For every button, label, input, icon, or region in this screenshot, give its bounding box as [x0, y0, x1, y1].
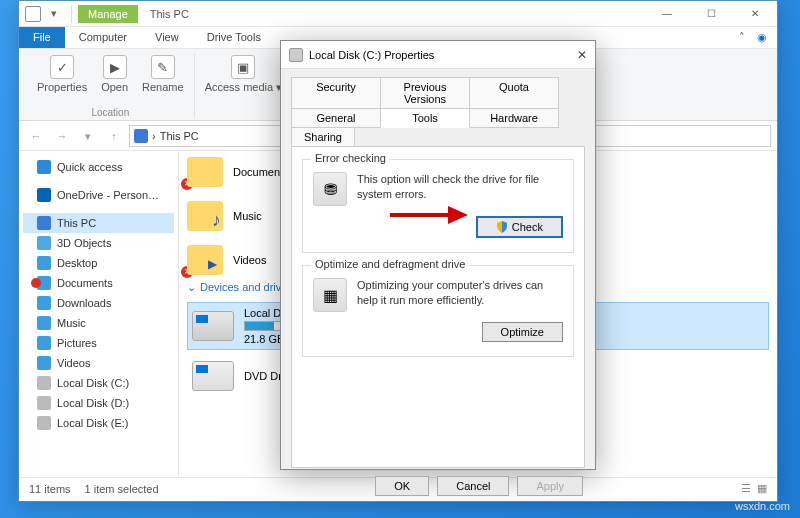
optimize-button[interactable]: Optimize	[482, 322, 563, 342]
close-button[interactable]: ✕	[733, 1, 777, 27]
dvd-icon	[192, 361, 234, 391]
disk-icon	[37, 376, 51, 390]
breadcrumb-sep: ›	[152, 130, 156, 142]
disk-icon	[192, 311, 234, 341]
group-defragment: Optimize and defragment drive ▦ Optimizi…	[302, 265, 574, 357]
desktop-icon	[37, 256, 51, 270]
dialog-titlebar[interactable]: Local Disk (C:) Properties ✕	[281, 41, 595, 69]
shield-icon	[496, 221, 508, 233]
nav-onedrive[interactable]: OneDrive - Person…	[23, 185, 174, 205]
dialog-buttons: OK Cancel Apply	[281, 468, 595, 504]
defrag-icon: ▦	[313, 278, 347, 312]
dialog-title: Local Disk (C:) Properties	[309, 49, 434, 61]
access-media-button[interactable]: ▣Access media ▾	[203, 53, 285, 96]
rename-button[interactable]: ✎Rename	[140, 53, 186, 95]
nav-pane[interactable]: Quick access OneDrive - Person… This PC …	[19, 151, 179, 477]
properties-dialog: Local Disk (C:) Properties ✕ Security Pr…	[280, 40, 596, 470]
tab-tools[interactable]: Tools	[380, 108, 470, 128]
pc-icon	[134, 129, 148, 143]
nav-pictures[interactable]: Pictures	[23, 333, 174, 353]
apply-button[interactable]: Apply	[517, 476, 583, 496]
check-button[interactable]: Check	[476, 216, 563, 238]
watermark: wsxdn.com	[735, 500, 790, 512]
tab-panel-tools: Error checking ⛃ This option will check …	[291, 146, 585, 468]
error-check-description: This option will check the drive for fil…	[357, 172, 563, 202]
disk-check-icon: ⛃	[313, 172, 347, 206]
pictures-icon	[37, 336, 51, 350]
properties-button[interactable]: ✓Properties	[35, 53, 89, 95]
cube-icon	[37, 236, 51, 250]
ok-button[interactable]: OK	[375, 476, 429, 496]
properties-icon: ✓	[50, 55, 74, 79]
annotation-arrow	[388, 204, 468, 228]
nav-3d-objects[interactable]: 3D Objects	[23, 233, 174, 253]
history-dropdown[interactable]: ▾	[77, 125, 99, 147]
forward-button[interactable]: →	[51, 125, 73, 147]
status-item-count: 11 items	[29, 483, 71, 495]
cancel-button[interactable]: Cancel	[437, 476, 509, 496]
tab-security[interactable]: Security	[291, 77, 381, 109]
group-label-location: Location	[91, 107, 129, 118]
disk-icon	[37, 396, 51, 410]
folder-icon	[187, 201, 223, 231]
computer-menu[interactable]: Computer	[65, 27, 141, 48]
nav-local-disk-d[interactable]: Local Disk (D:)	[23, 393, 174, 413]
disk-icon	[37, 416, 51, 430]
rename-icon: ✎	[151, 55, 175, 79]
nav-videos[interactable]: Videos	[23, 353, 174, 373]
defrag-description: Optimizing your computer's drives can he…	[357, 278, 563, 308]
nav-documents[interactable]: Documents	[23, 273, 174, 293]
disk-icon	[289, 48, 303, 62]
folder-icon	[187, 245, 223, 275]
tab-sharing[interactable]: Sharing	[291, 127, 355, 147]
nav-this-pc[interactable]: This PC	[23, 213, 174, 233]
app-icon	[25, 6, 41, 22]
ribbon-collapse-icon[interactable]: ˄	[729, 27, 755, 48]
cloud-icon	[37, 188, 51, 202]
media-icon: ▣	[231, 55, 255, 79]
star-icon	[37, 160, 51, 174]
downloads-icon	[37, 296, 51, 310]
nav-local-disk-c[interactable]: Local Disk (C:)	[23, 373, 174, 393]
window-title: This PC	[150, 8, 189, 20]
tab-previous-versions[interactable]: Previous Versions	[380, 77, 470, 109]
videos-icon	[37, 356, 51, 370]
view-details-icon[interactable]: ☰	[741, 482, 751, 495]
minimize-button[interactable]: —	[645, 1, 689, 27]
documents-icon	[37, 276, 51, 290]
nav-music[interactable]: Music	[23, 313, 174, 333]
tab-general[interactable]: General	[291, 108, 381, 128]
folder-icon	[187, 157, 223, 187]
breadcrumb-root[interactable]: This PC	[160, 130, 199, 142]
pc-icon	[37, 216, 51, 230]
ribbon-group-location: ✓Properties ▶Open ✎Rename Location	[27, 53, 195, 118]
view-menu[interactable]: View	[141, 27, 193, 48]
group-label: Error checking	[311, 152, 390, 164]
nav-quick-access[interactable]: Quick access	[23, 157, 174, 177]
back-button[interactable]: ←	[25, 125, 47, 147]
status-selected: 1 item selected	[85, 483, 159, 495]
group-label: Optimize and defragment drive	[311, 258, 469, 270]
drive-tools-menu[interactable]: Drive Tools	[193, 27, 275, 48]
open-button[interactable]: ▶Open	[99, 53, 130, 95]
svg-marker-1	[448, 206, 468, 224]
maximize-button[interactable]: ☐	[689, 1, 733, 27]
titlebar[interactable]: ▾ Manage This PC — ☐ ✕	[19, 1, 777, 27]
nav-downloads[interactable]: Downloads	[23, 293, 174, 313]
nav-desktop[interactable]: Desktop	[23, 253, 174, 273]
separator	[71, 5, 72, 23]
qat-dropdown-icon[interactable]: ▾	[47, 7, 61, 21]
tab-hardware[interactable]: Hardware	[469, 108, 559, 128]
music-icon	[37, 316, 51, 330]
up-button[interactable]: ↑	[103, 125, 125, 147]
manage-context-tab[interactable]: Manage	[78, 5, 138, 23]
tab-quota[interactable]: Quota	[469, 77, 559, 109]
view-large-icon[interactable]: ▦	[757, 482, 767, 495]
help-icon[interactable]: ◉	[755, 27, 777, 48]
dialog-close-button[interactable]: ✕	[577, 48, 587, 62]
file-menu[interactable]: File	[19, 27, 65, 48]
dialog-tabs: Security Previous Versions Quota General…	[291, 77, 585, 146]
open-icon: ▶	[103, 55, 127, 79]
nav-local-disk-e[interactable]: Local Disk (E:)	[23, 413, 174, 433]
